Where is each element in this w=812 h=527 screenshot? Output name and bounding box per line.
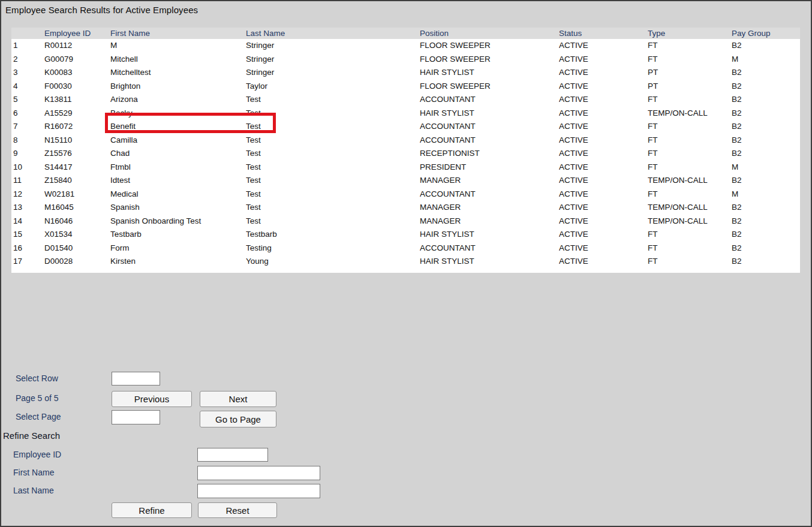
cell-first-name: Testbarb — [110, 228, 246, 242]
cell-employee-id: X01534 — [44, 228, 110, 242]
table-row: 6A15529BeckyTestHAIR STYLISTACTIVETEMP/O… — [11, 107, 800, 121]
cell-first-name: Ftmbl — [110, 161, 246, 174]
cell-first-name: Becky — [110, 107, 246, 121]
cell-pay-group: B2 — [732, 120, 800, 134]
cell-row-number: 13 — [13, 201, 44, 215]
cell-status: ACTIVE — [559, 242, 648, 255]
select-page-input[interactable] — [112, 410, 160, 424]
table-row: 4F00030BrightonTaylorFLOOR SWEEPERACTIVE… — [11, 80, 800, 94]
refine-employee-id-input[interactable] — [197, 448, 268, 462]
cell-first-name: Camilla — [110, 134, 246, 147]
cell-employee-id: Z15576 — [44, 147, 110, 161]
cell-row-number: 7 — [13, 120, 44, 134]
cell-position: HAIR STYLIST — [420, 228, 559, 242]
cell-employee-id: A15529 — [44, 107, 110, 121]
cell-pay-group: B2 — [732, 66, 800, 80]
header-type: Type — [648, 28, 732, 39]
cell-row-number: 5 — [13, 93, 44, 107]
cell-pay-group: B2 — [732, 39, 800, 53]
refine-button[interactable]: Refine — [112, 502, 192, 518]
cell-last-name: Stringer — [246, 53, 420, 67]
previous-button[interactable]: Previous — [112, 391, 192, 407]
cell-position: ACCOUNTANT — [420, 134, 559, 147]
select-page-label: Select Page — [16, 412, 61, 421]
cell-pay-group: B2 — [732, 215, 800, 228]
cell-last-name: Testbarb — [246, 228, 420, 242]
cell-position: MANAGER — [420, 174, 559, 188]
next-button[interactable]: Next — [200, 391, 276, 407]
cell-position: HAIR STYLIST — [420, 66, 559, 80]
cell-type: FT — [648, 53, 732, 67]
table-row: 10S14417FtmblTestPRESIDENTACTIVEFTM — [11, 161, 800, 174]
cell-type: FT — [648, 93, 732, 107]
cell-row-number: 14 — [13, 215, 44, 228]
cell-last-name: Test — [246, 201, 420, 215]
cell-first-name: Mitchell — [110, 53, 246, 67]
cell-pay-group: B2 — [732, 93, 800, 107]
cell-type: TEMP/ON-CALL — [648, 215, 732, 228]
cell-employee-id: N15110 — [44, 134, 110, 147]
cell-pay-group: B2 — [732, 107, 800, 121]
cell-row-number: 11 — [13, 174, 44, 188]
cell-row-number: 3 — [13, 66, 44, 80]
table-row: 9Z15576ChadTestRECEPTIONISTACTIVEFTB2 — [11, 147, 800, 161]
cell-row-number: 12 — [13, 188, 44, 201]
select-row-input[interactable] — [112, 372, 160, 386]
cell-last-name: Taylor — [246, 80, 420, 94]
cell-first-name: Spanish — [110, 201, 246, 215]
cell-position: HAIR STYLIST — [420, 255, 559, 269]
table-row: 17D00028KirstenYoungHAIR STYLISTACTIVEFT… — [11, 255, 800, 269]
refine-first-name-input[interactable] — [197, 466, 320, 480]
refine-employee-id-label: Employee ID — [13, 450, 61, 459]
cell-last-name: Test — [246, 174, 420, 188]
cell-type: FT — [648, 188, 732, 201]
cell-type: FT — [648, 161, 732, 174]
cell-last-name: Stringer — [246, 66, 420, 80]
cell-row-number: 15 — [13, 228, 44, 242]
cell-first-name: Idtest — [110, 174, 246, 188]
refine-search-heading: Refine Search — [3, 430, 60, 441]
goto-page-button[interactable]: Go to Page — [200, 411, 276, 427]
cell-status: ACTIVE — [559, 188, 648, 201]
cell-status: ACTIVE — [559, 161, 648, 174]
cell-status: ACTIVE — [559, 255, 648, 269]
cell-row-number: 17 — [13, 255, 44, 269]
cell-pay-group: B2 — [732, 80, 800, 94]
cell-type: TEMP/ON-CALL — [648, 201, 732, 215]
cell-first-name: Chad — [110, 147, 246, 161]
cell-employee-id: D01540 — [44, 242, 110, 255]
cell-last-name: Test — [246, 188, 420, 201]
cell-type: TEMP/ON-CALL — [648, 107, 732, 121]
cell-status: ACTIVE — [559, 107, 648, 121]
cell-type: PT — [648, 66, 732, 80]
cell-pay-group: B2 — [732, 147, 800, 161]
refine-last-name-input[interactable] — [197, 484, 320, 498]
table-row: 12W02181MedicalTestACCOUNTANTACTIVEFTM — [11, 188, 800, 201]
select-row-label: Select Row — [16, 374, 58, 383]
cell-last-name: Test — [246, 161, 420, 174]
table-row: 14N16046Spanish Onboarding TestTestMANAG… — [11, 215, 800, 228]
cell-employee-id: R16072 — [44, 120, 110, 134]
header-spacer — [13, 28, 44, 39]
employee-search-results-page: Employee Search Results for Active Emplo… — [0, 0, 812, 527]
cell-position: ACCOUNTANT — [420, 120, 559, 134]
cell-pay-group: B2 — [732, 201, 800, 215]
header-first-name: First Name — [110, 28, 246, 39]
header-last-name: Last Name — [246, 28, 420, 39]
cell-status: ACTIVE — [559, 215, 648, 228]
cell-pay-group: B2 — [732, 228, 800, 242]
cell-row-number: 4 — [13, 80, 44, 94]
reset-button[interactable]: Reset — [198, 502, 277, 518]
cell-position: PRESIDENT — [420, 161, 559, 174]
cell-pay-group: B2 — [732, 174, 800, 188]
cell-employee-id: M16045 — [44, 201, 110, 215]
cell-last-name: Test — [246, 134, 420, 147]
header-pay-group: Pay Group — [732, 28, 800, 39]
cell-type: PT — [648, 80, 732, 94]
refine-last-name-label: Last Name — [13, 486, 54, 495]
cell-last-name: Test — [246, 215, 420, 228]
cell-status: ACTIVE — [559, 228, 648, 242]
cell-position: FLOOR SWEEPER — [420, 39, 559, 53]
cell-pay-group: M — [732, 188, 800, 201]
cell-status: ACTIVE — [559, 66, 648, 80]
